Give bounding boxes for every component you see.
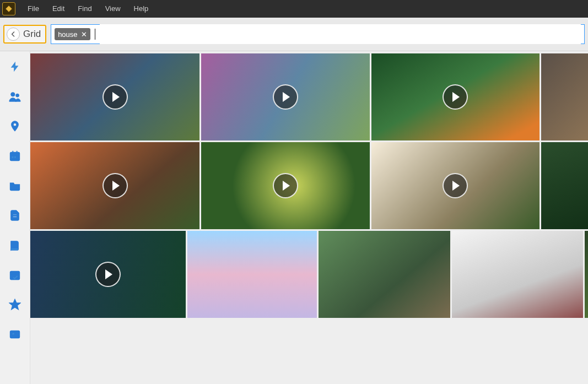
svg-point-2	[16, 94, 19, 97]
import-icon[interactable]	[8, 60, 21, 73]
video-thumbnail[interactable]	[371, 53, 540, 140]
search-tag-text: house	[58, 30, 77, 39]
svg-rect-9	[13, 214, 17, 215]
notes-icon[interactable]	[8, 209, 21, 222]
menu-file[interactable]: File	[21, 0, 46, 18]
view-pill[interactable]: Grid	[3, 25, 46, 44]
menubar: File Edit Find View Help	[0, 0, 588, 18]
svg-marker-14	[10, 300, 20, 309]
thumb-row	[30, 142, 588, 229]
play-icon[interactable]	[443, 84, 468, 110]
play-icon[interactable]	[443, 173, 468, 198]
svg-rect-7	[12, 156, 14, 158]
search-input[interactable]	[100, 24, 581, 44]
media-icon[interactable]	[8, 328, 21, 341]
book-icon[interactable]	[8, 239, 21, 252]
image-thumbnail[interactable]	[319, 231, 450, 318]
svg-rect-11	[11, 248, 19, 251]
video-thumbnail[interactable]	[371, 142, 540, 229]
thumb-row	[30, 53, 588, 140]
search-tag-chip[interactable]: house ✕	[55, 28, 90, 40]
video-thumbnail[interactable]	[30, 142, 199, 229]
svg-rect-8	[14, 156, 16, 158]
thumb-row	[30, 231, 588, 318]
video-thumbnail[interactable]	[201, 53, 369, 140]
people-icon[interactable]	[8, 90, 21, 103]
text-caret	[95, 29, 95, 40]
menu-help[interactable]: Help	[127, 0, 155, 18]
play-icon[interactable]	[103, 173, 128, 198]
sidebar	[0, 51, 30, 384]
app-icon[interactable]	[2, 2, 15, 15]
image-thumbnail[interactable]	[541, 142, 588, 229]
calendar-icon[interactable]	[8, 149, 21, 163]
menu-edit[interactable]: Edit	[46, 0, 71, 18]
svg-point-1	[11, 93, 15, 96]
image-thumbnail[interactable]	[452, 231, 583, 318]
svg-marker-0	[6, 6, 12, 12]
back-button[interactable]	[7, 28, 20, 41]
folder-icon[interactable]	[8, 179, 21, 192]
video-thumbnail[interactable]	[201, 142, 369, 229]
events-icon[interactable]	[8, 268, 21, 282]
nav-row: Grid house ✕	[0, 18, 588, 51]
menu-view[interactable]: View	[99, 0, 127, 18]
remove-tag-icon[interactable]: ✕	[81, 31, 87, 38]
thumbnail-grid	[30, 51, 588, 384]
play-icon[interactable]	[273, 84, 298, 110]
svg-rect-10	[13, 217, 17, 217]
image-thumbnail[interactable]	[541, 53, 588, 140]
favorites-icon[interactable]	[8, 298, 21, 311]
image-thumbnail[interactable]	[585, 231, 588, 318]
play-icon[interactable]	[95, 262, 121, 287]
main	[0, 51, 588, 384]
menu-find[interactable]: Find	[71, 0, 98, 18]
image-thumbnail[interactable]	[187, 231, 317, 318]
search-bar[interactable]: house ✕	[51, 24, 585, 44]
play-icon[interactable]	[273, 173, 298, 198]
places-icon[interactable]	[8, 120, 21, 133]
video-thumbnail[interactable]	[30, 53, 199, 140]
video-thumbnail[interactable]	[30, 231, 186, 318]
view-label: Grid	[23, 29, 41, 40]
play-icon[interactable]	[103, 84, 128, 110]
